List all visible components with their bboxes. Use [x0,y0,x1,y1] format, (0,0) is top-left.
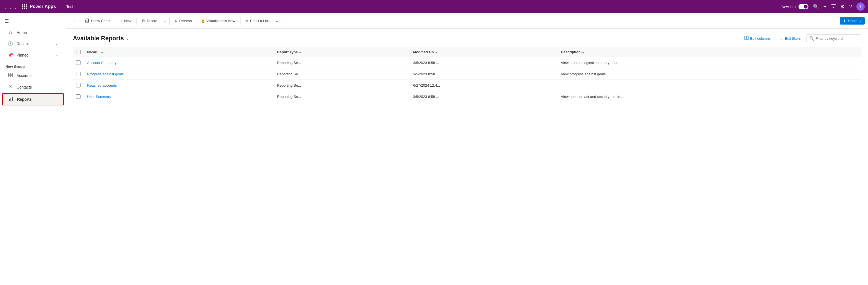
email-dropdown-button[interactable]: ⌄ [274,18,280,25]
edit-columns-button[interactable]: Edit columns [741,34,774,42]
row-modified-on-0: 3/5/2023 8:58 ... [410,57,558,68]
new-look-toggle[interactable] [799,4,808,9]
row-name-link-2[interactable]: Retained accounts [87,83,117,88]
sidebar-contacts-label: Contacts [17,85,32,89]
chevron-down-icon: ⌄ [56,53,58,57]
row-description-3: View user contact and security role in..… [558,91,861,102]
col-description-dropdown-icon[interactable]: ⌄ [582,50,584,54]
select-all-checkbox[interactable] [76,50,81,54]
svg-rect-17 [85,21,86,22]
svg-rect-2 [26,4,27,5]
view-title: Available Reports [73,35,124,42]
email-link-button[interactable]: ✉ Email a Link [242,17,273,25]
col-name-dropdown-icon[interactable]: ⌄ [101,50,103,54]
edit-filters-button[interactable]: Edit filters [776,34,804,42]
new-button[interactable]: + New [117,17,134,25]
view-title-chevron-icon[interactable]: ⌄ [126,36,129,40]
sidebar-item-recent[interactable]: 🕐 Recent ⌄ [2,38,64,49]
filter-icon[interactable] [831,4,836,10]
sidebar-item-pinned[interactable]: 📌 Pinned ⌄ [2,50,64,60]
keyword-filter-wrap: 🔍 [806,34,861,42]
delete-icon: 🗑 [142,19,145,23]
row-description-1: View progress against goals [558,68,861,80]
sidebar-item-home[interactable]: ⌂ Home [2,27,64,38]
app-name: Power Apps [30,4,56,9]
svg-rect-22 [747,36,748,40]
svg-rect-8 [26,8,27,9]
toolbar: ← Show Chart + New 🗑 Delete ⌄ ↻ [66,13,868,29]
back-button[interactable]: ← [69,17,81,25]
delete-dropdown-button[interactable]: ⌄ [162,18,168,25]
avatar[interactable]: T [857,2,865,11]
row-checkbox-3[interactable] [76,94,81,99]
col-description-label: Description [561,50,581,54]
col-report-type-label: Report Type [277,50,298,54]
sidebar-section-title: New Group [0,62,66,70]
share-button[interactable]: ⬆ Share ⌄ [840,17,865,25]
col-report-type-dropdown-icon[interactable]: ⌄ [299,50,301,54]
svg-rect-11 [8,75,10,77]
visualize-label: Visualize this view [206,19,235,23]
select-all-header [73,47,84,57]
visualize-button[interactable]: ▮ Visualize this view [198,17,238,25]
table-row: Progress against goals Reporting Se... 3… [73,68,861,80]
row-name-link-1[interactable]: Progress against goals [87,72,124,76]
topbar-divider [61,3,61,10]
row-checkbox-cell [73,91,84,102]
row-checkbox-1[interactable] [76,72,81,76]
content-area: Available Reports ⌄ Edit columns Edit fi… [66,29,868,285]
accounts-icon [8,73,13,78]
row-checkbox-2[interactable] [76,83,81,88]
filter-search-icon: 🔍 [809,36,814,40]
row-checkbox-0[interactable] [76,60,81,65]
more-options-button[interactable]: ⋯ [283,17,292,25]
svg-rect-16 [12,97,13,101]
back-icon: ← [73,19,77,24]
toolbar-divider-2 [136,17,136,25]
email-icon: ✉ [246,19,249,23]
col-header-report-type: Report Type ⌄ [274,47,410,57]
row-name-link-0[interactable]: Account Summary [87,61,116,65]
row-report-type-3: Reporting Se... [274,91,410,102]
sidebar-item-contacts[interactable]: Contacts [2,82,64,93]
sidebar-reports-label: Reports [17,97,32,101]
svg-rect-0 [22,4,23,5]
help-icon[interactable]: ? [849,4,852,10]
hamburger-icon[interactable]: ☰ [0,15,66,27]
settings-icon[interactable]: ⚙ [840,4,845,10]
search-icon[interactable]: 🔍 [813,4,819,10]
row-report-type-0: Reporting Se... [274,57,410,68]
toolbar-divider-5 [240,17,241,25]
show-chart-icon [85,18,89,24]
row-description-2 [558,80,861,91]
recent-icon: 🕐 [8,41,13,46]
sidebar-home-label: Home [17,30,27,35]
share-icon: ⬆ [843,19,846,23]
svg-rect-14 [9,99,10,101]
reports-table: Name ↑ ⌄ Report Type ⌄ [73,47,861,102]
row-name-link-3[interactable]: User Summary [87,95,111,99]
svg-rect-4 [24,6,25,7]
grid-icon[interactable]: ⋮⋮⋮ [3,4,18,10]
refresh-button[interactable]: ↻ Refresh [171,17,195,25]
sidebar-pinned-label: Pinned [17,53,29,57]
col-modified-on-label: Modified On [413,50,434,54]
row-description-0: View a chronological summary of an ... [558,57,861,68]
delete-button[interactable]: 🗑 Delete [138,17,160,25]
show-chart-button[interactable]: Show Chart [82,17,113,25]
sort-ascending-icon[interactable]: ↑ [98,50,99,54]
col-modified-dropdown-icon[interactable]: ⌄ [435,50,437,54]
sidebar-item-accounts[interactable]: Accounts [2,70,64,81]
sidebar-item-reports[interactable]: Reports [2,93,64,105]
row-modified-on-1: 3/5/2023 8:58 ... [410,68,558,80]
svg-rect-15 [10,98,11,101]
visualize-icon: ▮ [202,18,205,24]
col-header-modified-on: Modified On ⌄ [410,47,558,57]
add-icon[interactable]: + [823,4,827,10]
sidebar: ☰ ⌂ Home 🕐 Recent ⌄ 📌 Pinned ⌄ New Group… [0,13,66,285]
main-content: ← Show Chart + New 🗑 Delete ⌄ ↻ [66,13,868,285]
svg-rect-3 [22,6,23,7]
keyword-filter-input[interactable] [815,36,858,40]
table-body: Account Summary Reporting Se... 3/5/2023… [73,57,861,102]
svg-rect-6 [22,8,23,9]
